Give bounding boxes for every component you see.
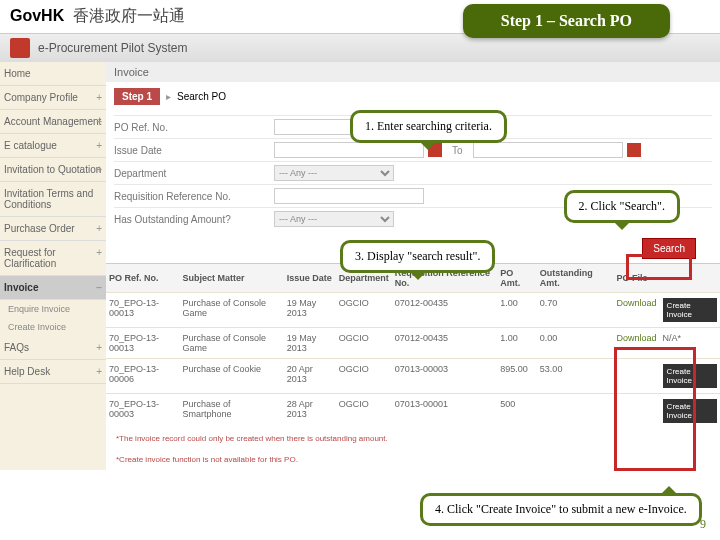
- table-row: 70_EPO-13-00003Purchase of Smartphone28 …: [106, 394, 720, 429]
- search-button[interactable]: Search: [642, 238, 696, 259]
- label-department: Department: [114, 168, 274, 179]
- table-cell: 20 Apr 2013: [284, 359, 336, 394]
- table-cell: 19 May 2013: [284, 293, 336, 328]
- table-cell: OGCIO: [336, 394, 392, 429]
- table-cell: 28 Apr 2013: [284, 394, 336, 429]
- sidebar: Home Company Profile+ Account Management…: [0, 62, 106, 470]
- table-cell: Download: [614, 293, 660, 328]
- expand-icon[interactable]: +: [96, 247, 102, 258]
- expand-icon[interactable]: +: [96, 366, 102, 377]
- table-cell: [614, 394, 660, 429]
- table-cell: 70_EPO-13-00003: [106, 394, 179, 429]
- sidebar-item-itc[interactable]: Invitation Terms and Conditions: [0, 182, 106, 217]
- req-ref-input[interactable]: [274, 188, 424, 204]
- expand-icon[interactable]: +: [96, 223, 102, 234]
- label-req-ref: Requisition Reference No.: [114, 191, 274, 202]
- system-name: e-Procurement Pilot System: [38, 41, 187, 55]
- download-link[interactable]: Download: [617, 298, 657, 308]
- outstanding-select[interactable]: --- Any ---: [274, 211, 394, 227]
- sidebar-item-invoice[interactable]: Invoice−: [0, 276, 106, 300]
- expand-icon[interactable]: +: [96, 116, 102, 127]
- footnote-1: *The invoice record could only be create…: [106, 428, 720, 449]
- sidebar-sub-create[interactable]: Create Invoice: [0, 318, 106, 336]
- label-issue-date: Issue Date: [114, 145, 274, 156]
- callout-4: 4. Click "Create Invoice" to submit a ne…: [420, 493, 702, 526]
- table-cell: 1.00: [497, 293, 537, 328]
- expand-icon[interactable]: +: [96, 92, 102, 103]
- sidebar-item-help[interactable]: Help Desk+: [0, 360, 106, 384]
- table-cell: OGCIO: [336, 359, 392, 394]
- create-invoice-button[interactable]: Create Invoice: [663, 364, 717, 388]
- brand-logo: GovHK: [10, 7, 64, 24]
- table-cell: Create Invoice: [660, 394, 720, 429]
- sidebar-item-company[interactable]: Company Profile+: [0, 86, 106, 110]
- table-row: 70_EPO-13-00013Purchase of Console Game1…: [106, 328, 720, 359]
- col-po-amt: PO Amt.: [497, 264, 537, 293]
- footnote-2: *Create invoice function is not availabl…: [106, 449, 720, 470]
- issue-date-to-input[interactable]: [473, 142, 623, 158]
- table-cell: 895.00: [497, 359, 537, 394]
- expand-icon[interactable]: +: [96, 342, 102, 353]
- chevron-right-icon: ▸: [166, 91, 171, 102]
- table-cell: 07012-00435: [392, 293, 497, 328]
- sidebar-item-account[interactable]: Account Management+: [0, 110, 106, 134]
- table-cell: [537, 394, 614, 429]
- table-cell: Download: [614, 328, 660, 359]
- sidebar-item-po[interactable]: Purchase Order+: [0, 217, 106, 241]
- col-out-amt: Outstanding Amt.: [537, 264, 614, 293]
- create-invoice-button[interactable]: Create Invoice: [663, 298, 717, 322]
- table-cell: 07013-00001: [392, 394, 497, 429]
- col-po-file: PO File: [614, 264, 660, 293]
- col-action: [660, 264, 720, 293]
- sidebar-item-rfc[interactable]: Request for Clarification+: [0, 241, 106, 276]
- system-logo-icon: [10, 38, 30, 58]
- table-cell: 07012-00435: [392, 328, 497, 359]
- sidebar-item-itq[interactable]: Invitation to Quotation+: [0, 158, 106, 182]
- table-cell: 0.00: [537, 328, 614, 359]
- table-cell: Purchase of Cookie: [179, 359, 283, 394]
- brand-cn: 香港政府一站通: [73, 7, 185, 24]
- table-row: 70_EPO-13-00013Purchase of Console Game1…: [106, 293, 720, 328]
- table-cell: Purchase of Console Game: [179, 328, 283, 359]
- sidebar-item-faqs[interactable]: FAQs+: [0, 336, 106, 360]
- table-cell: 70_EPO-13-00006: [106, 359, 179, 394]
- table-cell: OGCIO: [336, 328, 392, 359]
- table-cell: 500: [497, 394, 537, 429]
- calendar-icon[interactable]: [627, 143, 641, 157]
- sidebar-item-home[interactable]: Home: [0, 62, 106, 86]
- issue-date-from-input[interactable]: [274, 142, 424, 158]
- label-po-ref: PO Ref. No.: [114, 122, 274, 133]
- breadcrumb: Step 1 ▸ Search PO: [106, 82, 720, 111]
- table-cell: Create Invoice: [660, 359, 720, 394]
- step-badge: Step 1 – Search PO: [463, 4, 670, 38]
- tab-invoice[interactable]: Invoice: [106, 62, 720, 82]
- download-link[interactable]: Download: [617, 333, 657, 343]
- table-cell: 53.00: [537, 359, 614, 394]
- callout-3: 3. Display "search result".: [340, 240, 495, 273]
- table-cell: Purchase of Console Game: [179, 293, 283, 328]
- create-invoice-button[interactable]: Create Invoice: [663, 399, 717, 423]
- table-cell: 1.00: [497, 328, 537, 359]
- table-row: 70_EPO-13-00006Purchase of Cookie20 Apr …: [106, 359, 720, 394]
- callout-2: 2. Click "Search".: [564, 190, 680, 223]
- callout-1: 1. Enter searching criteria.: [350, 110, 507, 143]
- expand-icon[interactable]: +: [96, 164, 102, 175]
- table-cell: 70_EPO-13-00013: [106, 328, 179, 359]
- sidebar-item-ecat[interactable]: E catalogue+: [0, 134, 106, 158]
- sidebar-sub-enquire[interactable]: Enquire Invoice: [0, 300, 106, 318]
- expand-icon[interactable]: +: [96, 140, 102, 151]
- label-to: To: [452, 145, 463, 156]
- crumb-step: Step 1: [114, 88, 160, 105]
- department-select[interactable]: --- Any ---: [274, 165, 394, 181]
- table-cell: OGCIO: [336, 293, 392, 328]
- table-cell: 19 May 2013: [284, 328, 336, 359]
- label-outstanding: Has Outstanding Amount?: [114, 214, 274, 225]
- col-issue-date: Issue Date: [284, 264, 336, 293]
- collapse-icon[interactable]: −: [96, 282, 102, 293]
- table-cell: 07013-00003: [392, 359, 497, 394]
- col-po-ref: PO Ref. No.: [106, 264, 179, 293]
- table-cell: Create Invoice: [660, 293, 720, 328]
- system-bar: e-Procurement Pilot System: [0, 34, 720, 62]
- table-cell: [614, 359, 660, 394]
- table-cell: 70_EPO-13-00013: [106, 293, 179, 328]
